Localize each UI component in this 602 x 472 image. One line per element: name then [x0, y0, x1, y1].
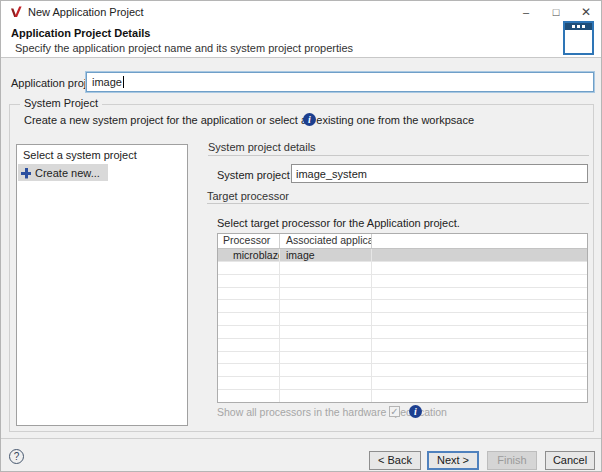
- show-all-processors-checkbox[interactable]: ✓: [389, 406, 400, 417]
- cancel-button[interactable]: Cancel: [545, 451, 595, 470]
- page-title: Application Project Details: [11, 27, 150, 39]
- system-project-group-label: System Project: [20, 97, 102, 109]
- table-row-microblaze[interactable]: microblaze_0 image: [218, 249, 587, 262]
- table-row[interactable]: [218, 326, 587, 339]
- column-header-processor[interactable]: Processor: [218, 234, 280, 248]
- section-divider: [208, 155, 589, 156]
- table-row[interactable]: [218, 390, 587, 403]
- system-project-list[interactable]: Select a system project Create new...: [16, 144, 188, 426]
- list-item-label: Create new...: [35, 167, 100, 179]
- dot-icon: [582, 25, 585, 28]
- processor-table: Processor Associated applications microb…: [217, 233, 588, 403]
- close-button[interactable]: ✕: [571, 1, 601, 23]
- text-caret: [123, 76, 124, 88]
- target-processor-instruction: Select target processor for the Applicat…: [217, 217, 460, 229]
- cell-applications: image: [280, 249, 372, 261]
- target-processor-title: Target processor: [207, 190, 289, 202]
- table-row[interactable]: [218, 300, 587, 313]
- table-row[interactable]: [218, 275, 587, 288]
- table-row[interactable]: [218, 288, 587, 301]
- section-divider: [207, 203, 589, 204]
- footer-divider: [1, 438, 601, 439]
- cell-processor: microblaze_0: [218, 249, 280, 261]
- column-header-associated-applications[interactable]: Associated applications: [280, 234, 372, 248]
- minimize-button[interactable]: –: [511, 1, 541, 23]
- system-project-name-input[interactable]: [291, 164, 588, 183]
- system-project-details-title: System project details: [208, 141, 316, 153]
- table-row[interactable]: [218, 339, 587, 352]
- dot-icon: [572, 25, 575, 28]
- next-button[interactable]: Next >: [427, 451, 479, 470]
- wizard-window-icon: [563, 21, 594, 55]
- page-subtitle: Specify the application project name and…: [15, 42, 353, 54]
- xilinx-logo-icon: [9, 5, 23, 19]
- table-row[interactable]: [218, 364, 587, 377]
- wizard-window-icon-titlebar: [565, 23, 592, 30]
- application-project-name-input[interactable]: image: [86, 72, 594, 92]
- table-row[interactable]: [218, 262, 587, 275]
- plus-icon: [21, 168, 31, 178]
- processor-table-header: Processor Associated applications: [218, 234, 587, 249]
- finish-button[interactable]: Finish: [487, 451, 537, 470]
- list-item-create-new[interactable]: Create new...: [18, 164, 108, 181]
- new-application-project-dialog: New Application Project – □ ✕ Applicatio…: [0, 0, 602, 472]
- back-button[interactable]: < Back: [369, 451, 421, 470]
- cell-empty: [372, 249, 587, 261]
- info-icon[interactable]: i: [303, 113, 316, 126]
- help-button[interactable]: ?: [9, 449, 24, 464]
- application-project-name-value: image: [92, 76, 122, 88]
- window-title: New Application Project: [28, 1, 144, 23]
- table-row[interactable]: [218, 313, 587, 326]
- wizard-header: Application Project Details Specify the …: [1, 23, 601, 58]
- table-row[interactable]: [218, 377, 587, 390]
- processor-table-body: microblaze_0 image: [218, 249, 587, 403]
- system-project-description: Create a new system project for the appl…: [24, 114, 474, 126]
- dot-icon: [577, 25, 580, 28]
- table-row[interactable]: [218, 352, 587, 365]
- title-bar: New Application Project – □ ✕: [1, 1, 601, 23]
- system-project-group: System Project Create a new system proje…: [9, 104, 594, 432]
- info-icon[interactable]: i: [409, 405, 422, 418]
- maximize-button[interactable]: □: [541, 1, 571, 23]
- column-header-empty[interactable]: [372, 234, 587, 248]
- system-project-list-header: Select a system project: [23, 149, 137, 161]
